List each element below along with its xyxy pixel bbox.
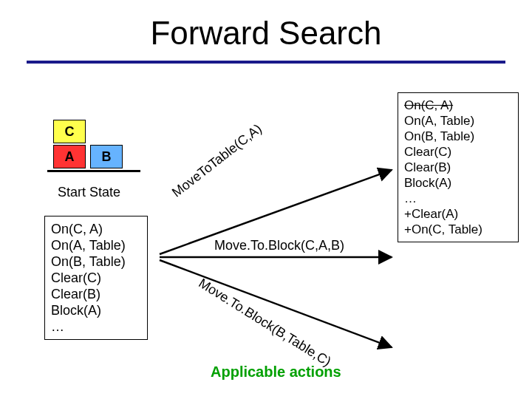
state-pred: On(B, Table) [51, 253, 141, 270]
state-pred: On(C, A) [51, 221, 141, 237]
result-pred-deleted: On(C, A) [404, 98, 512, 113]
start-state-label: Start State [58, 185, 120, 200]
start-state-box: On(C, A) On(A, Table) On(B, Table) Clear… [44, 216, 148, 340]
slide-title: Forward Search [0, 15, 532, 52]
result-pred: On(A, Table) [404, 113, 512, 129]
state-pred: Block(A) [51, 302, 141, 318]
block-c: C [53, 120, 86, 143]
applicable-actions-label: Applicable actions [211, 364, 341, 381]
block-b: B [90, 145, 123, 168]
action-move-to-table: MoveToTable(C,A) [169, 121, 265, 201]
state-pred: Clear(C) [51, 270, 141, 286]
result-pred: Clear(C) [404, 144, 512, 160]
title-underline [27, 61, 505, 64]
result-pred: … [404, 191, 512, 206]
result-pred: On(B, Table) [404, 129, 512, 144]
result-pred: Block(A) [404, 175, 512, 191]
block-a: A [53, 145, 86, 168]
result-pred: Clear(B) [404, 160, 512, 175]
result-pred-added: +Clear(A) [404, 206, 512, 222]
action-move-to-block-btc: Move.To.Block(B,Table,C) [196, 276, 334, 370]
table-surface [47, 170, 140, 172]
action-move-to-block-cab: Move.To.Block(C,A,B) [214, 238, 344, 253]
state-pred: On(A, Table) [51, 237, 141, 253]
state-pred: … [51, 318, 141, 335]
result-pred-added: +On(C, Table) [404, 222, 512, 237]
state-pred: Clear(B) [51, 286, 141, 302]
result-state-box: On(C, A) On(A, Table) On(B, Table) Clear… [398, 92, 519, 242]
